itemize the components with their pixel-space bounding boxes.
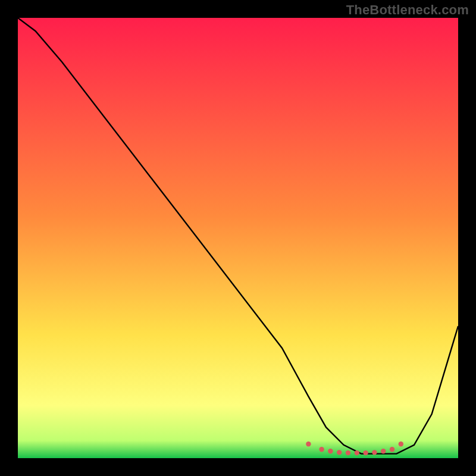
gradient-background: [18, 18, 458, 458]
marker-dot: [355, 450, 359, 455]
marker-dot: [363, 450, 368, 455]
marker-dot: [319, 447, 324, 452]
marker-dot: [372, 450, 377, 455]
watermark-text: TheBottleneck.com: [346, 2, 469, 18]
marker-dot: [346, 450, 350, 455]
marker-dot: [390, 447, 394, 452]
chart-frame: TheBottleneck.com: [0, 0, 476, 476]
plot-area: [18, 18, 458, 458]
marker-dot: [306, 441, 311, 446]
marker-dot: [328, 449, 333, 453]
marker-dot: [337, 450, 342, 455]
marker-dot: [399, 441, 403, 446]
marker-dot: [381, 449, 386, 453]
chart-svg: [18, 18, 458, 458]
